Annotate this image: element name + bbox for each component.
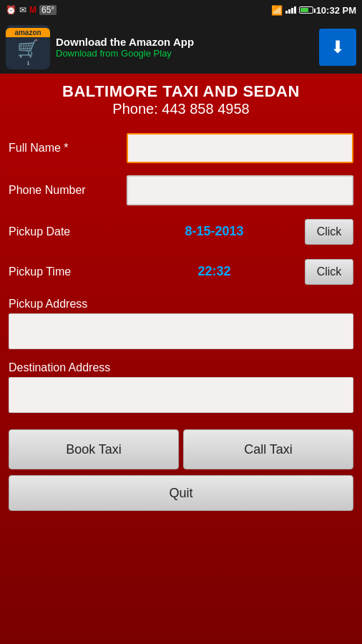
ad-subtitle: Download from Google Play: [56, 48, 313, 59]
phone-number-input[interactable]: [127, 175, 353, 205]
ad-text-block: Download the Amazon App Download from Go…: [56, 36, 313, 59]
call-taxi-button[interactable]: Call Taxi: [183, 429, 353, 469]
destination-address-label: Destination Address: [9, 361, 353, 374]
pickup-address-row: Pickup Address: [6, 292, 356, 356]
status-icons-left: ⏰ ✉ M 65°: [6, 5, 57, 15]
ad-logo: amazon 🛒 ℹ: [6, 25, 50, 69]
gmail-icon: M: [29, 5, 36, 15]
action-buttons: Book Taxi Call Taxi: [6, 429, 356, 469]
time-display: 10:32 PM: [316, 5, 356, 16]
quit-button[interactable]: Quit: [9, 475, 353, 511]
destination-address-input[interactable]: [9, 377, 353, 413]
pickup-time-label: Pickup Time: [9, 265, 127, 278]
ad-download-button[interactable]: ⬇: [319, 29, 356, 66]
pickup-time-button[interactable]: Click: [305, 259, 353, 285]
ad-logo-text: amazon: [6, 28, 50, 37]
app-title: BALTIMORE TAXI AND SEDAN: [6, 82, 356, 101]
pickup-time-value: 22:32: [127, 264, 302, 279]
ad-banner[interactable]: amazon 🛒 ℹ Download the Amazon App Downl…: [0, 20, 362, 74]
full-name-row: Full Name *: [6, 127, 356, 170]
phone-number-row: Phone Number: [6, 170, 356, 212]
ad-title: Download the Amazon App: [56, 36, 313, 48]
wifi-icon: 📶: [271, 5, 283, 16]
destination-address-row: Destination Address: [6, 356, 356, 419]
app-phone: Phone: 443 858 4958: [6, 101, 356, 117]
full-name-input[interactable]: [127, 133, 353, 163]
battery-icon: [299, 6, 313, 14]
pickup-date-button[interactable]: Click: [305, 219, 353, 245]
pickup-date-row: Pickup Date 8-15-2013 Click: [6, 212, 356, 252]
full-name-label: Full Name *: [9, 142, 127, 155]
book-taxi-button[interactable]: Book Taxi: [9, 429, 179, 469]
ad-logo-info: ℹ: [27, 60, 29, 67]
download-icon: ⬇: [331, 37, 345, 57]
pickup-time-row: Pickup Time 22:32 Click: [6, 252, 356, 292]
pickup-date-label: Pickup Date: [9, 225, 127, 238]
alarm-icon: ⏰: [6, 5, 16, 15]
status-bar: ⏰ ✉ M 65° 📶 10:32 PM: [0, 0, 362, 20]
ad-cart-icon: 🛒: [17, 37, 39, 60]
temperature-badge: 65°: [39, 5, 57, 15]
pickup-address-label: Pickup Address: [9, 298, 353, 311]
main-content: BALTIMORE TAXI AND SEDAN Phone: 443 858 …: [0, 74, 362, 644]
signal-icon: [285, 6, 296, 14]
pickup-date-value: 8-15-2013: [127, 224, 302, 239]
email-icon: ✉: [19, 5, 26, 15]
pickup-address-input[interactable]: [9, 313, 353, 349]
phone-number-label: Phone Number: [9, 184, 127, 197]
status-icons-right: 📶 10:32 PM: [271, 5, 356, 16]
